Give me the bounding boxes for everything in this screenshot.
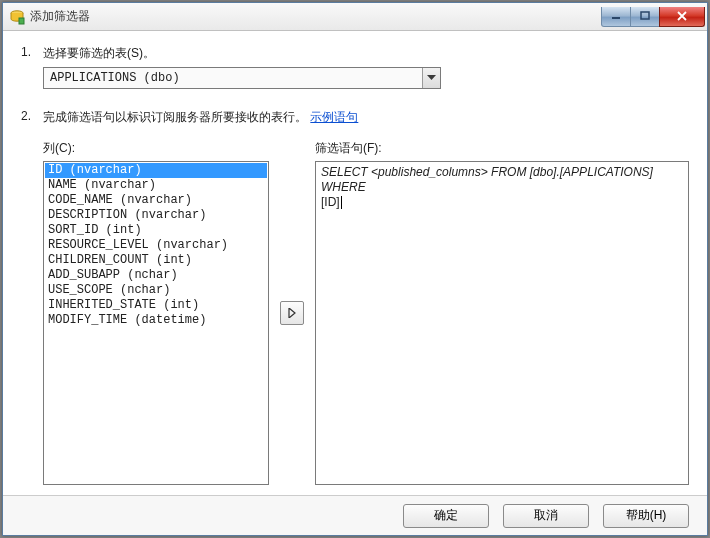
minimize-button[interactable] (601, 7, 631, 27)
app-icon (9, 9, 25, 25)
ok-button[interactable]: 确定 (403, 504, 489, 528)
chevron-down-icon[interactable] (422, 68, 440, 88)
list-item[interactable]: ADD_SUBAPP (nchar) (45, 268, 267, 283)
list-item[interactable]: MODIFY_TIME (datetime) (45, 313, 267, 328)
titlebar: 添加筛选器 (3, 3, 707, 31)
table-select-value: APPLICATIONS (dbo) (44, 71, 422, 85)
help-button[interactable]: 帮助(H) (603, 504, 689, 528)
list-item[interactable]: CHILDREN_COUNT (int) (45, 253, 267, 268)
list-item[interactable]: NAME (nvarchar) (45, 178, 267, 193)
list-item[interactable]: CODE_NAME (nvarchar) (45, 193, 267, 208)
svg-rect-1 (19, 18, 24, 24)
mid-panel: 列(C): ID (nvarchar)NAME (nvarchar)CODE_N… (21, 140, 689, 485)
list-item[interactable]: RESOURCE_LEVEL (nvarchar) (45, 238, 267, 253)
columns-listbox[interactable]: ID (nvarchar)NAME (nvarchar)CODE_NAME (n… (43, 161, 269, 485)
svg-rect-2 (612, 17, 620, 19)
step-1: 1. 选择要筛选的表(S)。 APPLICATIONS (dbo) (21, 45, 689, 89)
table-select-combo[interactable]: APPLICATIONS (dbo) (43, 67, 441, 89)
step-1-number: 1. (21, 45, 43, 59)
move-right-button[interactable] (280, 301, 304, 325)
close-button[interactable] (659, 7, 705, 27)
svg-rect-3 (641, 12, 649, 19)
list-item[interactable]: INHERITED_STATE (int) (45, 298, 267, 313)
list-item[interactable]: ID (nvarchar) (45, 163, 267, 178)
step-2: 2. 完成筛选语句以标识订阅服务器所要接收的表行。 示例语句 (21, 109, 689, 126)
text-caret (341, 196, 342, 209)
window-controls (602, 7, 705, 27)
filter-label: 筛选语句(F): (315, 140, 689, 157)
step-1-label: 选择要筛选的表(S)。 (43, 45, 689, 62)
list-item[interactable]: SORT_ID (int) (45, 223, 267, 238)
step-2-label: 完成筛选语句以标识订阅服务器所要接收的表行。 (43, 110, 307, 124)
list-item[interactable]: DESCRIPTION (nvarchar) (45, 208, 267, 223)
list-item[interactable]: USE_SCOPE (nchar) (45, 283, 267, 298)
filter-statement-input[interactable]: SELECT <published_columns> FROM [dbo].[A… (315, 161, 689, 485)
client-area: 1. 选择要筛选的表(S)。 APPLICATIONS (dbo) 2. 完成筛… (3, 31, 707, 495)
cancel-button[interactable]: 取消 (503, 504, 589, 528)
maximize-button[interactable] (630, 7, 660, 27)
dialog-add-filter: 添加筛选器 1. 选择要筛选的表(S)。 APPLICATIONS (dbo) (2, 2, 708, 536)
filter-text-line1: SELECT <published_columns> FROM [dbo].[A… (321, 165, 653, 194)
window-title: 添加筛选器 (30, 8, 90, 25)
dialog-footer: 确定 取消 帮助(H) (3, 495, 707, 535)
step-2-number: 2. (21, 109, 43, 123)
filter-text-line2: [ID] (321, 195, 340, 209)
example-statement-link[interactable]: 示例语句 (310, 110, 358, 124)
columns-label: 列(C): (43, 140, 269, 157)
